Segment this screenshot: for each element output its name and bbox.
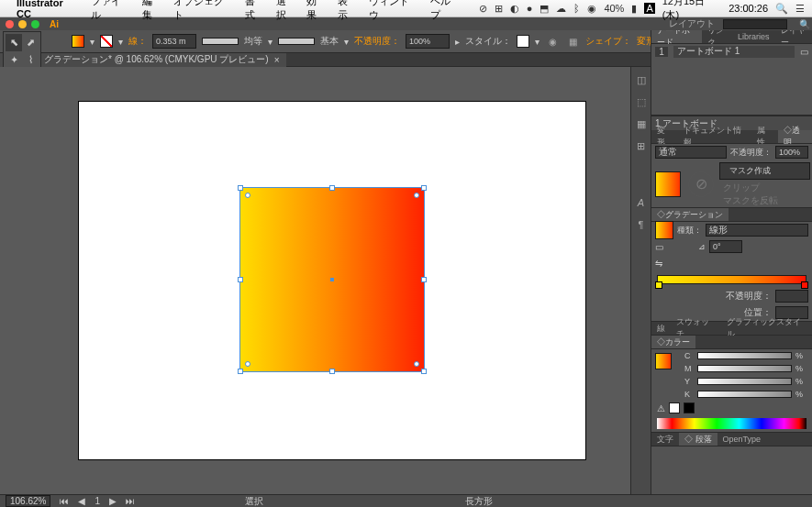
dock-icon[interactable]: ⬚ [634, 94, 649, 109]
recolor-icon[interactable]: ◉ [545, 34, 560, 49]
layout-dropdown[interactable] [723, 19, 787, 29]
menu-edit[interactable]: 編集 [142, 0, 162, 22]
character-panel-icon[interactable]: A [634, 195, 649, 210]
menubar-time[interactable]: 23:00:26 [729, 3, 768, 14]
resize-handle[interactable] [329, 369, 335, 374]
status-icon[interactable]: ⊘ [479, 3, 487, 15]
dock-icon[interactable]: ⊞ [634, 138, 649, 153]
black-swatch[interactable] [684, 402, 695, 413]
tab-layers[interactable]: レイヤー [775, 30, 812, 43]
gradient-type-dropdown[interactable]: 線形 [706, 224, 808, 237]
artboard-options-icon[interactable]: ▭ [800, 47, 808, 57]
resize-handle[interactable] [238, 277, 243, 282]
tab-color[interactable]: ◇カラー [651, 336, 695, 348]
out-of-gamut-icon[interactable]: ⚠ [657, 403, 665, 413]
nav-prev-icon[interactable]: ◀ [78, 496, 85, 506]
make-mask-button[interactable]: マスク作成 [719, 162, 810, 180]
corner-widget[interactable] [245, 361, 250, 367]
dropdown-icon[interactable]: ▸ [455, 37, 460, 47]
fill-swatch[interactable] [72, 35, 84, 48]
brush-preview[interactable] [278, 38, 315, 45]
spotlight-icon[interactable]: 🔍 [775, 3, 788, 15]
cc-icon[interactable]: ☁ [556, 3, 566, 15]
menu-type[interactable]: 書式 [245, 0, 265, 22]
resize-handle[interactable] [421, 277, 427, 282]
paragraph-panel-icon[interactable]: ¶ [634, 217, 649, 232]
dock-icon[interactable]: ▦ [634, 116, 649, 131]
zoom-level[interactable]: 106.62% [6, 495, 50, 507]
tab-transparency[interactable]: ◇透明 [778, 130, 812, 143]
close-tab-icon[interactable]: × [274, 55, 280, 65]
gradient-stop[interactable] [801, 281, 808, 289]
battery-icon[interactable]: ▮ [631, 3, 637, 15]
tab-stroke[interactable]: 線 [651, 322, 671, 335]
bluetooth-icon[interactable]: ᛒ [573, 3, 580, 14]
document-tab[interactable]: イラレ グラデーション* @ 106.62% (CMYK/GPU プレビュー)× [0, 53, 286, 67]
menu-view[interactable]: 表示 [338, 0, 358, 22]
tab-transform[interactable]: 変形 [651, 130, 678, 143]
dropbox-icon[interactable]: ⬒ [539, 3, 549, 15]
yellow-slider[interactable] [697, 378, 792, 385]
artboard-row[interactable]: 1 アートボード 1 ▭ [651, 44, 812, 59]
dropdown-icon[interactable]: ▾ [344, 37, 349, 47]
resize-handle[interactable] [421, 369, 427, 374]
blend-mode-dropdown[interactable]: 通常 [655, 146, 727, 159]
dropdown-icon[interactable]: ▾ [535, 37, 539, 47]
app-menu[interactable]: Illustrator CC [17, 0, 80, 19]
nav-next-icon[interactable]: ▶ [109, 496, 117, 506]
tab-artboards[interactable]: アートボード [651, 30, 702, 43]
gradient-stop[interactable] [655, 281, 662, 289]
ime-icon[interactable]: A [644, 3, 654, 14]
gradient-rectangle[interactable] [240, 188, 424, 371]
minimize-button[interactable] [18, 20, 27, 28]
shape-link[interactable]: シェイプ： [585, 35, 631, 48]
tab-docinfo[interactable]: ドキュメント情報 [678, 130, 751, 143]
magenta-slider[interactable] [697, 365, 792, 372]
status-icon[interactable]: ⊞ [495, 3, 503, 15]
canvas[interactable] [0, 67, 651, 494]
stroke-profile[interactable] [202, 38, 239, 45]
stroke-label[interactable]: 線： [128, 35, 147, 48]
gradient-stroke-icon[interactable]: ▭ [655, 242, 663, 252]
menu-select[interactable]: 選択 [276, 0, 296, 22]
opacity-input[interactable] [775, 146, 808, 159]
tab-graphic-styles[interactable]: グラフィックスタイル [721, 322, 812, 335]
menu-effect[interactable]: 効果 [306, 0, 327, 22]
reverse-gradient-icon[interactable]: ⇋ [655, 259, 662, 269]
gradient-thumbnail[interactable] [655, 221, 673, 239]
tab-paragraph[interactable]: ◇ 段落 [679, 433, 717, 446]
tab-links[interactable]: リンク [702, 30, 732, 43]
search-icon[interactable]: 🔍 [797, 18, 812, 29]
nav-last-icon[interactable]: ⏭ [126, 496, 135, 506]
transparency-thumbnail[interactable] [655, 171, 681, 197]
battery-pct[interactable]: 40% [604, 3, 624, 14]
center-point[interactable] [330, 278, 334, 281]
selection-tool-icon[interactable]: ⬉ [6, 34, 22, 51]
cyan-slider[interactable] [697, 352, 792, 359]
dropdown-icon[interactable]: ▾ [90, 37, 95, 47]
opacity-label[interactable]: 不透明度： [354, 35, 400, 48]
stroke-width-input[interactable] [152, 34, 196, 49]
tab-swatches[interactable]: スウォッチ [671, 322, 721, 335]
line-icon[interactable]: ● [527, 3, 533, 14]
resize-handle[interactable] [329, 185, 335, 191]
color-spectrum[interactable] [657, 418, 806, 429]
style-swatch[interactable] [517, 35, 529, 48]
tab-attributes[interactable]: 属性 [751, 130, 778, 143]
stroke-swatch[interactable] [100, 35, 113, 48]
resize-handle[interactable] [238, 369, 243, 374]
zoom-button[interactable] [31, 20, 39, 28]
corner-widget[interactable] [414, 361, 419, 367]
wifi-icon[interactable]: ◉ [587, 3, 596, 15]
direct-selection-tool-icon[interactable]: ⬈ [22, 34, 39, 51]
artboard-nav-input[interactable]: 1 [95, 496, 100, 506]
resize-handle[interactable] [238, 185, 243, 191]
gradient-angle-input[interactable] [709, 240, 742, 253]
nav-first-icon[interactable]: ⏮ [60, 496, 69, 506]
dropdown-icon[interactable]: ▾ [268, 37, 273, 47]
tab-gradient[interactable]: ◇グラデーション [651, 208, 729, 221]
stop-opacity-input[interactable] [775, 290, 808, 303]
tab-libraries[interactable]: Libraries [732, 30, 775, 43]
align-icon[interactable]: ▦ [565, 34, 580, 49]
opacity-input[interactable] [406, 34, 450, 49]
